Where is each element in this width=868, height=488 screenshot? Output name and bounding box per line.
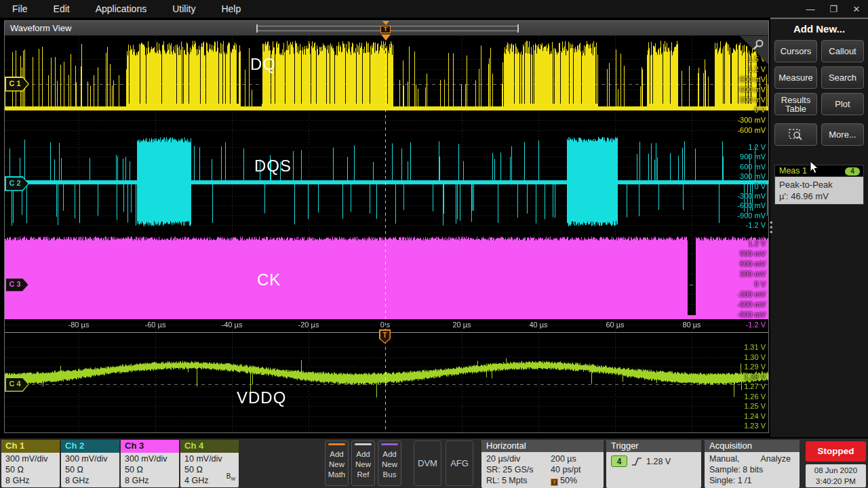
trigger-position-indicator[interactable]: T [380,21,392,44]
scale-label: 1.31 V [718,343,766,351]
plot-button[interactable]: Plot [821,93,864,115]
channel-setting: 8 GHz [125,475,175,486]
acquisition-header: Acquisition [705,440,800,452]
measure-button[interactable]: Measure [774,66,817,89]
scale-label: 1.30 V [718,353,766,361]
measurement-name: Meas 1 [779,166,807,176]
scale-label: 0 V [718,182,766,190]
acquisition-analyze: Analyze [761,453,791,464]
button-color-stripe [381,443,398,445]
acquisition-mode: Manual, [709,453,739,464]
run-stop-button[interactable]: Stopped [806,441,866,462]
minimize-icon[interactable]: — [804,4,816,14]
scale-label: 1.27 V [718,382,766,390]
scale-label: 300 mV [718,96,766,104]
time-axis-label: 80 µs [670,321,713,329]
channel-tag-label: C 2 [5,179,25,187]
datetime-display: 08 Jun 2020 3:40:20 PM [806,464,866,487]
trigger-t-icon: T [551,479,558,486]
trigger-source-badge: 4 [611,455,627,467]
restore-icon[interactable]: ❐ [827,4,840,14]
menu-item-applications[interactable]: Applications [96,3,147,14]
add-new-bus-button[interactable]: Add New Bus [378,441,401,486]
horizontal-panel[interactable]: Horizontal 20 µs/divSR: 25 GS/sRL: 5 Mpt… [481,440,604,488]
channel-tag-c3[interactable]: C 3 [5,277,29,292]
trigger-t-icon: T [379,331,391,339]
wave-label-vddq: VDDQ [237,388,286,407]
dvm-button[interactable]: DVM [414,441,441,486]
channel-badge-ch1[interactable]: Ch 1300 mV/div50 Ω8 GHz [1,440,60,487]
channel-badge-header: Ch 4 [180,440,239,453]
channel-tag-label: C 4 [5,380,25,388]
time-axis-label: 20 µs [440,321,484,329]
channel-setting: 50 Ω [65,464,115,475]
horizontal-setting: RL: 5 Mpts [486,475,551,486]
add-new-math-button[interactable]: Add New Math [325,441,349,486]
scale-label: 900 mV [718,75,766,83]
channel-badge-ch3[interactable]: Ch 3300 mV/div50 Ω8 GHz [121,440,179,487]
channel-badge-body: 10 mV/div50 Ω4 GHzBW [180,453,239,487]
scale-label: 1.26 V [718,392,766,401]
scale-label: 600 mV [718,260,766,268]
close-icon[interactable]: ✕ [850,4,863,14]
button-color-stripe [355,443,372,445]
channel-tag-label: C 1 [5,79,25,87]
scale-label: 1.2 V [718,65,766,73]
scale-label: 1.2 V [718,143,766,151]
add-new-row2: More... [770,115,868,146]
time-axis-label: -60 µs [134,321,177,329]
trigger-panel[interactable]: Trigger 4 1.28 V [606,440,701,488]
callout-button[interactable]: Callout [821,40,864,62]
afg-button[interactable]: AFG [446,441,473,486]
scale-label: 900 mV [718,152,766,161]
menu-item-edit[interactable]: Edit [54,3,70,14]
measurement-badge[interactable]: Meas 1 4 Peak-to-Peak µ': 46.96 mV [774,165,864,205]
channel-setting: 8 GHz [5,475,56,486]
wave-label-ck: CK [257,270,281,289]
date: 08 Jun 2020 [806,465,866,476]
mouse-cursor [810,161,819,174]
scale-label: 300 mV [718,270,766,278]
channel-badge-ch2[interactable]: Ch 2300 mV/div50 Ω8 GHz [61,440,119,487]
channel-tag-c4[interactable]: C 4 [5,377,29,392]
measurement-body[interactable]: Peak-to-Peak µ': 46.96 mV [774,177,864,205]
add-new-title: Add New... [770,23,868,35]
menu-bar: FileEditApplicationsUtilityHelp — ❐ ✕ [0,0,868,18]
channel-tag-c2[interactable]: C 2 [5,176,29,191]
scale-label: 600 mV [718,163,766,171]
cursors-button[interactable]: Cursors [774,40,817,62]
add-new-ref-button[interactable]: Add New Ref [351,441,375,486]
channel-setting: 8 GHz [65,475,115,486]
box-zoom-tool-button[interactable] [774,123,817,146]
results-table-button[interactable]: Results Table [774,93,817,115]
scale-label: 1.29 V [718,363,766,371]
channel-tag-c1[interactable]: C 1 [5,77,29,92]
waveform-canvas[interactable] [5,36,768,432]
menu-item-utility[interactable]: Utility [172,3,195,14]
acquisition-panel[interactable]: Acquisition Manual, Analyze Sample: 8 bi… [705,440,800,488]
trigger-header: Trigger [606,440,701,452]
horizontal-body: 20 µs/divSR: 25 GS/sRL: 5 Mpts200 µs40 p… [481,452,604,487]
channel-setting: 10 mV/div [184,453,235,464]
trigger-time-marker[interactable]: T [379,329,391,344]
channel-setting: 300 mV/div [65,453,115,464]
settings-bar: Ch 1300 mV/div50 Ω8 GHzCh 2300 mV/div50 … [0,437,868,488]
waveform-plot-area[interactable]: C 1DQ1.5 V1.2 V900 mV600 mV300 mV0 V-300… [5,36,768,432]
scale-label: 1.24 V [718,412,766,420]
more-button[interactable]: More... [821,123,864,146]
scale-label: 0 V [718,106,766,114]
scale-label: 1.23 V [718,422,766,430]
time-axis-label: -40 µs [210,321,254,329]
search-button[interactable]: Search [821,66,864,89]
window-controls: — ❐ ✕ [804,0,863,18]
scale-label: -600 mV [718,126,766,134]
menu-item-help[interactable]: Help [221,3,241,14]
channel-badge-header: Ch 1 [1,440,60,453]
channel-badge-body: 300 mV/div50 Ω8 GHz [61,453,119,487]
channel-badge-header: Ch 3 [121,440,179,453]
channel-badge-ch4[interactable]: Ch 410 mV/div50 Ω4 GHzBW [180,440,239,487]
panel-drag-handle[interactable]: ••• [770,220,773,235]
measurement-header[interactable]: Meas 1 4 [774,165,864,177]
menu-item-file[interactable]: File [12,3,28,14]
scale-label: -300 mV [718,116,766,124]
